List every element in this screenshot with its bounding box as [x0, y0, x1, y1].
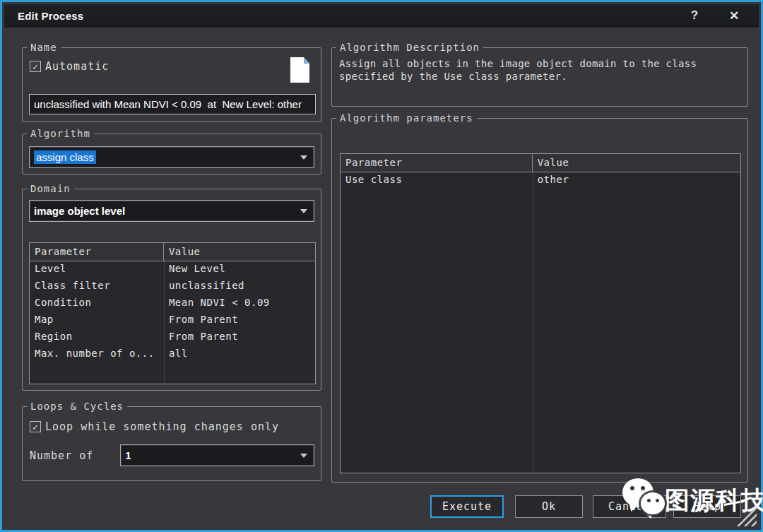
- close-icon[interactable]: ✕: [726, 8, 742, 23]
- name-group-label: Name: [27, 42, 61, 53]
- loops-cycles-group: Loops & Cycles ✓ Loop while something ch…: [22, 401, 321, 481]
- name-group: Name ✓ Automatic: [22, 42, 321, 122]
- help-button[interactable]: Help: [673, 495, 741, 518]
- algorithm-group: Algorithm assign class: [22, 128, 321, 175]
- number-of-label: Number of: [30, 449, 93, 462]
- table-cell: Region: [30, 329, 164, 346]
- document-icon[interactable]: [290, 57, 309, 83]
- table-cell: Class filter: [30, 278, 164, 295]
- table-cell: Map: [30, 312, 164, 329]
- algorithm-parameters-group: Algorithm parameters Parameter Value Use…: [331, 112, 748, 483]
- domain-dropdown[interactable]: image object level: [29, 200, 314, 222]
- column-header-value[interactable]: Value: [164, 243, 206, 261]
- domain-group-label: Domain: [27, 183, 74, 194]
- domain-selected-value: image object level: [34, 205, 125, 217]
- table-cell: all: [164, 346, 193, 363]
- algorithm-description-text: Assign all objects in the image object d…: [332, 53, 747, 83]
- help-icon[interactable]: ?: [687, 8, 702, 23]
- number-of-dropdown[interactable]: 1: [120, 444, 314, 466]
- ok-button[interactable]: Ok: [515, 495, 583, 518]
- process-name-input[interactable]: [29, 94, 316, 114]
- table-row[interactable]: LevelNew Level: [30, 261, 315, 278]
- table-cell: other: [533, 172, 574, 189]
- loop-checkbox-row[interactable]: ✓ Loop while something changes only: [30, 420, 321, 433]
- table-cell: Use class: [341, 172, 533, 189]
- domain-parameter-table: Parameter Value LevelNew LevelClass filt…: [29, 242, 316, 384]
- domain-table-body: LevelNew LevelClass filterunclassifiedCo…: [30, 261, 315, 384]
- table-cell: From Parent: [164, 312, 243, 329]
- table-row[interactable]: MapFrom Parent: [30, 312, 315, 329]
- table-cell: New Level: [164, 261, 230, 278]
- table-row[interactable]: ConditionMean NDVI < 0.09: [30, 295, 315, 312]
- cancel-button[interactable]: Cancel: [593, 495, 666, 518]
- table-cell: Mean NDVI < 0.09: [164, 295, 275, 312]
- algorithm-parameters-table: Parameter Value Use classother: [340, 153, 741, 473]
- table-row[interactable]: Use classother: [341, 172, 740, 189]
- window-title: Edit Process: [4, 10, 83, 22]
- algorithm-selected-value: assign class: [34, 150, 96, 164]
- parameters-group-label: Algorithm parameters: [336, 112, 477, 124]
- chevron-down-icon[interactable]: [300, 454, 307, 458]
- chevron-down-icon[interactable]: [300, 209, 307, 213]
- automatic-checkbox-row[interactable]: ✓ Automatic: [30, 60, 321, 73]
- automatic-checkbox[interactable]: ✓: [30, 61, 41, 72]
- domain-table-header: Parameter Value: [30, 243, 315, 261]
- table-row[interactable]: Max. number of o...all: [30, 346, 315, 363]
- table-cell: unclassified: [164, 278, 249, 295]
- table-cell: Level: [30, 261, 164, 278]
- column-separator: [533, 172, 533, 473]
- table-row[interactable]: RegionFrom Parent: [30, 329, 315, 346]
- loop-checkbox[interactable]: ✓: [30, 421, 41, 432]
- table-cell: Max. number of o...: [30, 346, 164, 363]
- algorithm-description-group: Algorithm Description Assign all objects…: [331, 42, 748, 107]
- parameters-table-body: Use classother: [341, 172, 740, 473]
- edit-process-dialog: Edit Process ? ✕ Name ✓ Automatic Algori…: [0, 0, 763, 532]
- algorithm-dropdown[interactable]: assign class: [29, 146, 314, 168]
- chevron-down-icon[interactable]: [300, 155, 307, 160]
- number-of-value: 1: [125, 449, 131, 461]
- automatic-label: Automatic: [45, 60, 109, 73]
- description-group-label: Algorithm Description: [336, 42, 483, 53]
- title-bar[interactable]: Edit Process ? ✕: [4, 4, 759, 28]
- loops-group-label: Loops & Cycles: [27, 401, 127, 412]
- domain-group: Domain image object level Parameter Valu…: [22, 183, 321, 391]
- parameters-table-header: Parameter Value: [341, 154, 740, 172]
- table-cell: Condition: [30, 295, 164, 312]
- loop-label: Loop while something changes only: [45, 420, 279, 433]
- column-header-value[interactable]: Value: [533, 154, 574, 172]
- execute-button[interactable]: Execute: [430, 495, 504, 518]
- table-cell: From Parent: [164, 329, 243, 346]
- column-header-parameter[interactable]: Parameter: [341, 154, 533, 172]
- table-row[interactable]: Class filterunclassified: [30, 278, 315, 295]
- column-separator: [164, 261, 165, 384]
- algorithm-group-label: Algorithm: [27, 128, 94, 139]
- column-header-parameter[interactable]: Parameter: [30, 243, 164, 261]
